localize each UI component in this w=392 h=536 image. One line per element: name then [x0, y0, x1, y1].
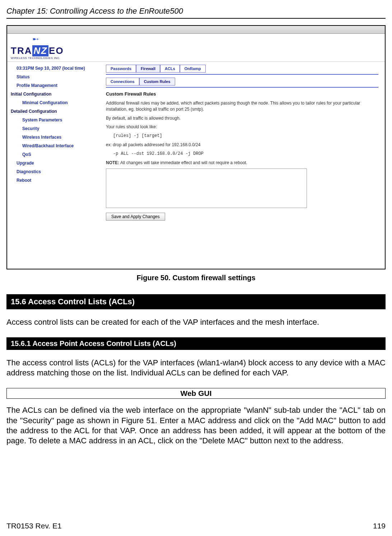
- save-apply-button[interactable]: Save and Apply Changes: [106, 213, 165, 221]
- webgui-box: Web GUI: [6, 388, 386, 399]
- content-p1: Additional firewall rules may be added, …: [106, 100, 378, 112]
- tranzeo-logo: ➸ TRANZEO WIRELESS TECHNOLOGIES INC.: [11, 36, 64, 60]
- content-p4: ex: drop all packets addressed for 192.1…: [106, 142, 378, 148]
- logo-mid: NZ: [32, 45, 48, 56]
- screenshot-frame: ➸ TRANZEO WIRELESS TECHNOLOGIES INC. 03:…: [6, 25, 386, 269]
- paragraph-15-6-1: The access control lists (ACLs) for the …: [6, 358, 386, 378]
- app-window: ➸ TRANZEO WIRELESS TECHNOLOGIES INC. 03:…: [7, 34, 385, 269]
- sidebar-item-wired[interactable]: Wired/Backhaul Interface: [7, 142, 102, 150]
- tab-connections[interactable]: Connections: [106, 78, 139, 86]
- logo-subtitle: WIRELESS TECHNOLOGIES INC.: [11, 56, 64, 60]
- footer-left: TR0153 Rev. E1: [6, 522, 62, 530]
- content-area: Passwords Firewall ACLs OnRamp Connectio…: [102, 62, 385, 269]
- tab-custom-rules[interactable]: Custom Rules: [139, 78, 175, 86]
- paragraph-15-6: Access control lists can be created for …: [6, 317, 386, 327]
- tab-underrule-2: [106, 87, 378, 88]
- sidebar-item-security[interactable]: Security: [7, 124, 102, 133]
- sidebar-item-reboot[interactable]: Reboot: [7, 176, 102, 185]
- page-footer: TR0153 Rev. E1 119: [6, 522, 386, 530]
- sidebar-item-upgrade[interactable]: Upgrade: [7, 159, 102, 167]
- content-p3: Your rules should look like:: [106, 124, 378, 130]
- sidebar-header-detailed: Detailed Configuration: [7, 107, 102, 116]
- tab-onramp[interactable]: OnRamp: [180, 65, 206, 73]
- tab-firewall[interactable]: Firewall: [136, 65, 160, 73]
- tab-underrule-1: [106, 74, 378, 75]
- paragraph-webgui: The ACLs can be defined via the web inte…: [6, 405, 386, 446]
- content-note: NOTE: All changes will take immediate ef…: [106, 160, 378, 166]
- sidebar-item-qos[interactable]: QoS: [7, 150, 102, 159]
- firewall-rules-textarea[interactable]: [106, 168, 307, 208]
- sidebar-item-wifaces[interactable]: Wireless Interfaces: [7, 133, 102, 142]
- note-text: All changes will take immediate effect a…: [119, 160, 247, 165]
- tab-row-secondary: Connections Custom Rules: [106, 78, 378, 86]
- logo-pre: TRA: [11, 45, 32, 56]
- content-code1: [rules] -j [target]: [113, 133, 378, 139]
- logo-area: ➸ TRANZEO WIRELESS TECHNOLOGIES INC.: [7, 34, 385, 62]
- chapter-header: Chapter 15: Controlling Access to the En…: [6, 6, 386, 16]
- sidebar-item-status[interactable]: Status: [7, 73, 102, 81]
- sidebar-item-profile[interactable]: Profile Management: [7, 81, 102, 90]
- sidebar-item-diag[interactable]: Diagnostics: [7, 167, 102, 176]
- sidebar-time: 03:31PM Sep 10, 2007 (local time): [7, 64, 102, 73]
- content-code2: -p ALL --dst 192.168.0.0/24 -j DROP: [113, 151, 378, 157]
- header-rule: [6, 18, 386, 19]
- content-p2: By default, all traffic is allowed throu…: [106, 115, 378, 121]
- footer-right: 119: [373, 522, 386, 530]
- sidebar: 03:31PM Sep 10, 2007 (local time) Status…: [7, 62, 102, 269]
- tab-row-primary: Passwords Firewall ACLs OnRamp: [106, 65, 378, 73]
- heading-15-6: 15.6 Access Control Lists (ACLs): [6, 294, 386, 309]
- sidebar-header-initial: Initial Configuration: [7, 90, 102, 98]
- window-titlebar: [7, 26, 385, 34]
- content-title: Custom Firewall Rules: [106, 91, 378, 97]
- note-label: NOTE:: [106, 160, 119, 165]
- logo-post: EO: [49, 45, 64, 56]
- sidebar-item-minconf[interactable]: Minimal Configuration: [7, 98, 102, 107]
- tab-passwords[interactable]: Passwords: [106, 65, 136, 73]
- figure-caption: Figure 50. Custom firewall settings: [6, 274, 386, 282]
- sidebar-item-sysparam[interactable]: System Parameters: [7, 116, 102, 124]
- heading-15-6-1: 15.6.1 Access Point Access Control Lists…: [6, 337, 386, 350]
- logo-swoosh-icon: ➸: [32, 34, 64, 44]
- tab-acls[interactable]: ACLs: [160, 65, 180, 73]
